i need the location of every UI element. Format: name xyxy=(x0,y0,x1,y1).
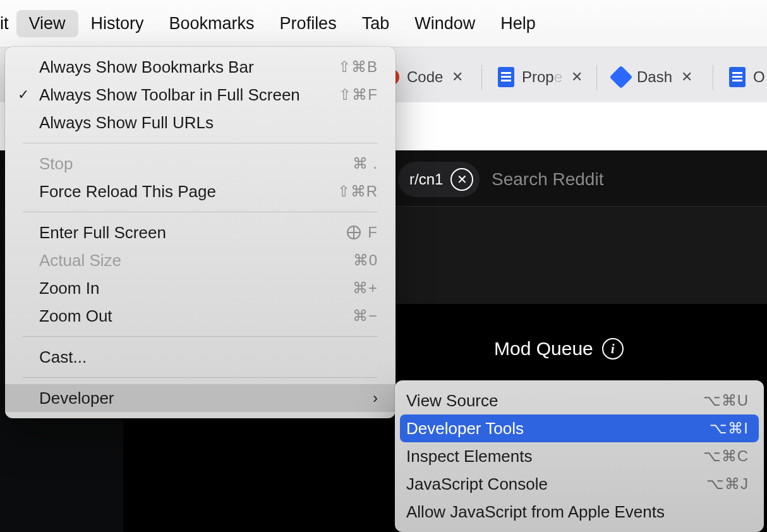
info-icon[interactable]: i xyxy=(602,338,624,360)
menu-item-label: Developer xyxy=(39,389,114,408)
shortcut: ⌥⌘U xyxy=(703,392,749,409)
menu-item-label: Always Show Bookmarks Bar xyxy=(39,57,254,77)
shortcut: ⌘ . xyxy=(353,155,378,172)
shortcut: ⇧⌘B xyxy=(338,58,378,76)
menu-item-actual-size: Actual Size ⌘0 xyxy=(5,246,396,274)
menu-item-cast[interactable]: Cast... xyxy=(5,343,396,371)
mod-queue-label: Mod Queue xyxy=(494,338,593,360)
tab-separator xyxy=(481,65,482,90)
menubar-item-bookmarks[interactable]: Bookmarks xyxy=(157,10,267,37)
browser-tab[interactable]: Dash ✕ xyxy=(604,59,700,95)
menu-item-always-show-toolbar-fullscreen[interactable]: ✓ Always Show Toolbar in Full Screen ⇧⌘F xyxy=(5,81,396,109)
tab-label: O xyxy=(753,68,765,86)
diamond-icon xyxy=(612,68,631,87)
tab-label: Prope xyxy=(522,68,562,86)
developer-submenu: View Source ⌥⌘U Developer Tools ⌥⌘I Insp… xyxy=(395,380,764,532)
tab-separator xyxy=(596,65,597,90)
menu-item-label: Always Show Full URLs xyxy=(39,113,214,133)
browser-tab[interactable]: Prope ✕ xyxy=(489,59,590,95)
close-icon[interactable]: ✕ xyxy=(571,69,583,85)
menubar-item-help[interactable]: Help xyxy=(488,10,548,37)
menu-item-label: Always Show Toolbar in Full Screen xyxy=(39,85,300,105)
menu-separator xyxy=(23,212,378,212)
menu-item-label: JavaScript Console xyxy=(406,475,548,494)
menu-item-label: Allow JavaScript from Apple Events xyxy=(406,502,665,522)
document-icon xyxy=(497,68,516,87)
shortcut: F xyxy=(347,224,378,241)
menu-item-always-show-bookmarks-bar[interactable]: Always Show Bookmarks Bar ⇧⌘B xyxy=(5,53,396,81)
menubar-item-history[interactable]: History xyxy=(78,10,157,37)
menu-item-always-show-full-urls[interactable]: Always Show Full URLs xyxy=(5,109,396,136)
menu-item-force-reload[interactable]: Force Reload This Page ⇧⌘R xyxy=(5,178,396,205)
globe-icon xyxy=(347,226,361,239)
menu-item-inspect-elements[interactable]: Inspect Elements ⌥⌘C xyxy=(395,442,764,470)
chip-label: r/cn1 xyxy=(409,171,443,188)
menu-item-label: Zoom In xyxy=(39,279,99,298)
menu-item-label: Enter Full Screen xyxy=(39,223,166,243)
shortcut: ⌥⌘I xyxy=(710,420,749,437)
browser-tab[interactable]: O xyxy=(720,59,767,95)
chevron-right-icon: › xyxy=(373,389,378,407)
tab-label: Code xyxy=(407,68,443,86)
shortcut: ⇧⌘R xyxy=(337,183,378,200)
tab-label: Dash xyxy=(637,68,672,86)
check-icon: ✓ xyxy=(18,87,29,103)
search-input[interactable]: Search Reddit xyxy=(492,169,603,190)
menu-item-label: Force Reload This Page xyxy=(39,182,216,202)
menubar-item-view[interactable]: View xyxy=(16,10,78,37)
close-icon[interactable]: ✕ xyxy=(681,69,692,85)
menu-item-label: Actual Size xyxy=(39,251,121,270)
menu-separator xyxy=(23,143,378,143)
menu-item-javascript-console[interactable]: JavaScript Console ⌥⌘J xyxy=(395,470,764,498)
view-menu-dropdown: Always Show Bookmarks Bar ⇧⌘B ✓ Always S… xyxy=(5,47,396,418)
shortcut: ⌘+ xyxy=(353,279,378,297)
menubar-item-window[interactable]: Window xyxy=(402,10,488,37)
menu-item-label: Developer Tools xyxy=(406,419,524,438)
clear-icon[interactable]: ✕ xyxy=(450,168,473,191)
shortcut: ⌘0 xyxy=(353,251,378,269)
menu-item-zoom-in[interactable]: Zoom In ⌘+ xyxy=(5,274,396,302)
menu-separator xyxy=(23,377,378,378)
menu-item-label: View Source xyxy=(406,391,498,411)
search-scope-chip[interactable]: r/cn1 ✕ xyxy=(398,162,480,197)
mod-queue-heading: Mod Queue i xyxy=(494,338,624,360)
menu-item-view-source[interactable]: View Source ⌥⌘U xyxy=(395,387,764,414)
shortcut: ⌘− xyxy=(353,307,378,325)
menubar-item-tab[interactable]: Tab xyxy=(349,10,402,37)
menu-item-developer-tools[interactable]: Developer Tools ⌥⌘I xyxy=(400,414,759,442)
menubar-item-profiles[interactable]: Profiles xyxy=(267,10,349,37)
document-icon xyxy=(728,68,747,87)
tab-separator xyxy=(713,65,713,90)
menu-item-label: Cast... xyxy=(39,348,87,367)
menu-item-zoom-out[interactable]: Zoom Out ⌘− xyxy=(5,302,396,330)
menubar-item-edit-partial[interactable]: it xyxy=(0,10,16,37)
menu-item-label: Inspect Elements xyxy=(406,447,532,466)
menu-item-label: Zoom Out xyxy=(39,306,112,326)
menu-item-stop: Stop ⌘ . xyxy=(5,150,396,178)
menu-item-label: Stop xyxy=(39,154,73,174)
menu-item-developer[interactable]: Developer › xyxy=(5,384,396,412)
shortcut: ⌥⌘J xyxy=(706,475,749,493)
menu-item-allow-js-apple-events[interactable]: Allow JavaScript from Apple Events xyxy=(395,498,764,526)
menu-separator xyxy=(23,336,378,337)
menu-item-enter-full-screen[interactable]: Enter Full Screen F xyxy=(5,219,396,246)
menubar: it View History Bookmarks Profiles Tab W… xyxy=(0,0,767,47)
shortcut: ⌥⌘C xyxy=(703,447,749,465)
shortcut: ⇧⌘F xyxy=(339,86,378,104)
close-icon[interactable]: ✕ xyxy=(452,69,463,85)
